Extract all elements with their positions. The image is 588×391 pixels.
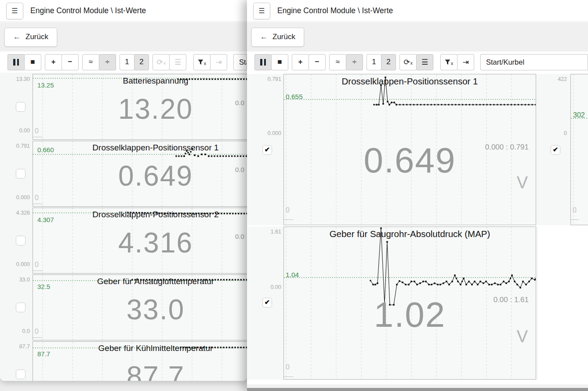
refresh-clear-button[interactable]: ⟳x — [152, 54, 170, 70]
trigger-select[interactable]: Sta — [233, 54, 247, 70]
page-title: Engine Control Module \ Ist-Werte — [277, 6, 393, 15]
chart-row: 1.61 0.00 Geber für Saugrohr-Absolutdruc… — [247, 227, 538, 380]
pause-button[interactable] — [7, 54, 25, 70]
marker-label: 302 — [573, 111, 585, 119]
back-arrow-icon: ← — [13, 33, 21, 41]
pause-button[interactable] — [254, 54, 272, 70]
current-value: 87.7 — [33, 360, 247, 381]
titlebar: ☰ Engine Control Module \ Ist-Werte — [247, 0, 588, 22]
back-button[interactable]: ← Zurück — [251, 28, 304, 47]
page-2-label: 2 — [386, 58, 390, 66]
page-1-button[interactable]: 1 — [120, 54, 134, 70]
plus-icon: + — [51, 58, 56, 66]
backbar: ← Zurück — [0, 22, 247, 51]
list-button[interactable]: ☰ — [169, 54, 186, 70]
stop-button[interactable]: ■ — [24, 54, 41, 70]
jump-end-button[interactable]: ⇥ — [457, 54, 474, 70]
panel-checkbox[interactable] — [262, 298, 272, 307]
zoom-out-button[interactable]: − — [309, 54, 326, 70]
skip-end-icon: ⇥ — [462, 58, 468, 67]
menu-icon: ☰ — [258, 7, 265, 15]
page-2-button[interactable]: 2 — [134, 54, 149, 70]
range-label: 0.00 : 1.61 — [494, 296, 529, 304]
origin-tick — [284, 376, 294, 377]
filter-clear-button[interactable]: x — [193, 54, 211, 70]
filter-clear-button[interactable]: x — [440, 54, 457, 70]
origin-tick — [33, 337, 43, 338]
chart-row: 0.791 0.000 Drosselklappen-Positionssens… — [0, 141, 247, 207]
chart-canvas — [571, 74, 588, 225]
chart-title: Batteriespannung — [33, 76, 247, 86]
marker-label: 0.660 — [37, 146, 54, 153]
zoom-in-button[interactable]: + — [292, 54, 309, 70]
chart-title: Geber für Saugrohr-Absolutdruck (MAP) — [284, 229, 536, 239]
panel-checkbox[interactable] — [16, 236, 25, 245]
toolbar: ■ + − ≈ ÷ 1 2 ⟳x ☰ x ⇥ Start/Kurbe — [247, 51, 588, 73]
list-button[interactable]: ☰ — [416, 54, 433, 70]
jump-end-button[interactable]: ⇥ — [210, 54, 227, 70]
curve-mode-button[interactable]: ≈ — [82, 54, 99, 70]
panel-checkbox[interactable] — [16, 102, 25, 112]
refresh-x-icon: ⟳x — [403, 58, 412, 67]
menu-icon: ☰ — [11, 7, 18, 15]
back-button[interactable]: ← Zurück — [4, 28, 57, 47]
pause-icon — [13, 59, 19, 66]
chart-row: 13.30 0.00 Batteriespannung 13.25 13.20 … — [0, 74, 247, 140]
stop-icon: ■ — [30, 58, 35, 66]
origin-tick — [33, 204, 43, 204]
panel-checkbox[interactable] — [551, 145, 560, 155]
y-max-label: 87.7 — [0, 343, 30, 350]
page-1-button[interactable]: 1 — [367, 54, 381, 70]
panel-checkbox[interactable] — [16, 369, 25, 379]
curve-mode-button[interactable]: ≈ — [329, 54, 346, 70]
y-max-label: 0.791 — [247, 76, 281, 82]
y-max-label: 13.30 — [0, 76, 30, 82]
split-mode-button[interactable]: ÷ — [99, 54, 116, 70]
page-2-button[interactable]: 2 — [381, 54, 396, 70]
y-min-label: 0 — [552, 130, 567, 136]
y-max-label: 0.791 — [0, 143, 30, 149]
chart-title: Geber für Kühlmitteltemperatur — [33, 343, 247, 353]
chart-title: Drosselklappen-Positionssensor 1 — [284, 76, 536, 87]
panel-checkbox[interactable] — [262, 145, 272, 155]
chart-title: Geber für Ansauglufttemperatur — [33, 277, 247, 286]
origin-tick — [571, 219, 579, 220]
menu-button[interactable]: ☰ — [253, 3, 270, 19]
minus-icon: − — [68, 58, 73, 66]
current-value: 0.649 — [33, 160, 247, 192]
refresh-x-icon: ⟳x — [156, 58, 165, 67]
y-min-label: 0.000 — [247, 130, 281, 136]
zoom-out-button[interactable]: − — [62, 54, 79, 70]
chart-row: 87.7 Geber für Kühlmitteltemperatur 87.7… — [0, 341, 247, 381]
back-label: Zurück — [272, 33, 295, 41]
horizontal-scrollbar[interactable] — [247, 384, 588, 391]
scrollbar-thumb[interactable] — [247, 388, 588, 391]
y-min-label: 0.000 — [0, 261, 30, 267]
zoom-in-button[interactable]: + — [45, 54, 62, 70]
refresh-clear-button[interactable]: ⟳x — [399, 54, 417, 70]
back-label: Zurück — [25, 33, 48, 41]
charts-area: 13.30 0.00 Batteriespannung 13.25 13.20 … — [0, 73, 247, 381]
unit-label: V — [517, 327, 528, 346]
origin-label: 0 — [286, 206, 290, 214]
y-min-label: 0.00 — [0, 128, 30, 134]
filter-x-icon: x — [445, 58, 453, 66]
window-right: ☰ Engine Control Module \ Ist-Werte ← Zu… — [247, 0, 588, 391]
range-label: 0.000 : 0.791 — [485, 143, 529, 152]
chart-panel: Drosselklappen-Positionssensor 2 4.307 4… — [33, 208, 247, 274]
y-min-label: 0.0 — [0, 328, 30, 334]
menu-button[interactable]: ☰ — [6, 3, 23, 19]
stop-button[interactable]: ■ — [271, 54, 288, 70]
split-mode-button[interactable]: ÷ — [346, 54, 363, 70]
origin-label: 0 — [573, 206, 577, 214]
trigger-select[interactable]: Start/Kurbel — [480, 54, 588, 70]
chart-row: 0.791 0.000 Drosselklappen-Positionssens… — [247, 74, 588, 225]
chart-panel: Geber für Ansauglufttemperatur 32.5 33.0… — [33, 274, 247, 340]
panel-checkbox[interactable] — [16, 303, 25, 312]
page-title: Engine Control Module \ Ist-Werte — [30, 6, 146, 15]
range-label: 0.0 — [235, 99, 244, 106]
page-2-label: 2 — [139, 58, 143, 66]
panel-checkbox[interactable] — [16, 169, 25, 179]
stop-icon: ■ — [277, 58, 282, 66]
y-max-label: 1.61 — [247, 229, 281, 235]
